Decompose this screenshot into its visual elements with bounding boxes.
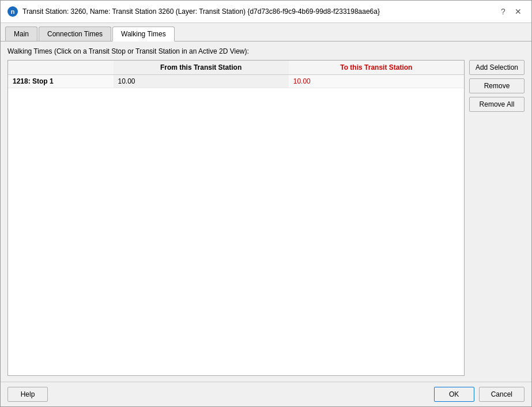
cell-to: 10.00: [289, 75, 464, 88]
content-area: Walking Times (Click on a Transit Stop o…: [1, 42, 531, 382]
footer: Help OK Cancel: [1, 382, 531, 406]
tab-connection-times[interactable]: Connection Times: [39, 27, 111, 41]
tabs-bar: Main Connection Times Walking Times: [1, 23, 531, 42]
table-row[interactable]: 1218: Stop 110.0010.00: [8, 75, 464, 88]
close-button[interactable]: ✕: [512, 5, 525, 18]
help-footer-button[interactable]: Help: [7, 387, 48, 402]
remove-button[interactable]: Remove: [469, 78, 525, 93]
main-panel: From this Transit Station To this Transi…: [7, 60, 525, 376]
cell-stop: 1218: Stop 1: [8, 75, 114, 88]
table-header-row: From this Transit Station To this Transi…: [8, 61, 464, 75]
walking-times-table: From this Transit Station To this Transi…: [8, 61, 464, 88]
cancel-button[interactable]: Cancel: [479, 387, 525, 402]
footer-right: OK Cancel: [434, 387, 525, 402]
tab-main[interactable]: Main: [5, 27, 37, 41]
col-header-to: To this Transit Station: [289, 61, 464, 75]
title-bar: n Transit Station: 3260, Name: Transit S…: [1, 1, 531, 23]
instruction-text: Walking Times (Click on a Transit Stop o…: [7, 47, 525, 55]
title-bar-right: ? ✕: [497, 5, 525, 18]
help-button[interactable]: ?: [497, 5, 510, 18]
col-header-from: From this Transit Station: [114, 61, 289, 75]
ok-button[interactable]: OK: [434, 387, 474, 402]
col-header-stop: [8, 61, 114, 75]
table-body: 1218: Stop 110.0010.00: [8, 75, 464, 88]
app-icon: n: [7, 6, 18, 17]
cell-from: 10.00: [114, 75, 289, 88]
window-title: Transit Station: 3260, Name: Transit Sta…: [22, 7, 380, 16]
tab-walking-times[interactable]: Walking Times: [112, 27, 175, 42]
remove-all-button[interactable]: Remove All: [469, 97, 525, 112]
side-buttons-panel: Add Selection Remove Remove All: [469, 60, 525, 376]
title-bar-left: n Transit Station: 3260, Name: Transit S…: [7, 6, 380, 17]
add-selection-button[interactable]: Add Selection: [469, 60, 525, 75]
table-container: From this Transit Station To this Transi…: [7, 60, 465, 376]
dialog-window: n Transit Station: 3260, Name: Transit S…: [0, 0, 532, 407]
